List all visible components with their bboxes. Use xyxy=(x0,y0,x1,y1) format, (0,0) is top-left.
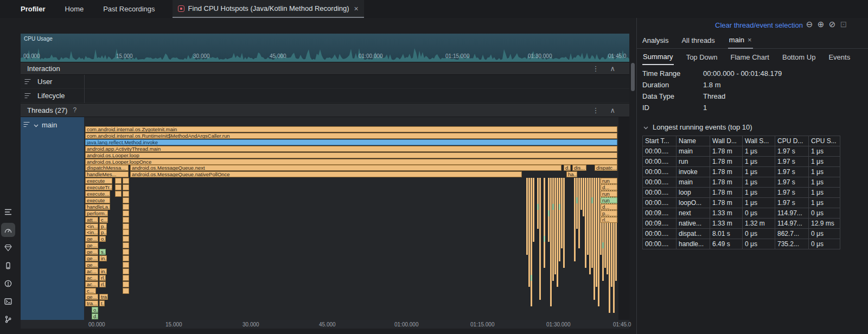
problems-icon[interactable] xyxy=(1,277,15,291)
flame-spike[interactable] xyxy=(557,178,558,287)
collapse-icon[interactable]: ∧ xyxy=(610,106,615,114)
flame-bar[interactable] xyxy=(115,178,122,184)
flame-bar[interactable] xyxy=(123,178,129,184)
flame-bar[interactable] xyxy=(123,275,129,281)
tab-find-cpu-hotspots[interactable]: Find CPU Hotspots (Java/Kotlin Method Re… xyxy=(173,0,364,18)
section-collapse-icon[interactable] xyxy=(643,123,648,131)
events-table-row[interactable]: 00:00....loopO...1.78 m1 μs1.97 s1 μs xyxy=(643,198,840,208)
flame-bar[interactable]: rl... xyxy=(99,281,106,287)
flame-bar[interactable]: ge... xyxy=(85,262,98,268)
more-options-icon[interactable]: ⋮ xyxy=(592,65,599,73)
events-table-row[interactable]: 00:00....run1.78 m1 μs1.97 s1 μs xyxy=(643,157,840,167)
flame-bar[interactable]: d... xyxy=(601,204,617,210)
todo-icon[interactable] xyxy=(1,205,15,219)
flame-bar[interactable]: t... xyxy=(99,300,105,306)
flame-bar[interactable]: att... xyxy=(85,217,98,223)
profiler-icon[interactable] xyxy=(1,223,15,237)
flame-bar[interactable]: o... xyxy=(92,307,98,313)
flame-spike[interactable] xyxy=(585,178,586,268)
flame-bar[interactable]: ha... xyxy=(566,171,577,177)
flame-bar[interactable]: execute xyxy=(85,178,112,184)
interaction-section-header[interactable]: Interaction ⋮ ∧ xyxy=(21,62,629,75)
flame-spike[interactable] xyxy=(531,178,532,306)
events-column-header[interactable]: Wall S... xyxy=(743,136,775,146)
flame-spike[interactable] xyxy=(576,178,578,229)
flame-spike[interactable] xyxy=(580,178,582,210)
flame-spike[interactable] xyxy=(593,178,595,300)
flame-spike[interactable] xyxy=(598,178,599,306)
interaction-row-user[interactable]: User xyxy=(21,75,629,89)
flame-spike[interactable] xyxy=(548,178,550,242)
flame-spike[interactable] xyxy=(574,178,576,261)
flame-bar[interactable]: tra... xyxy=(85,300,98,306)
flame-bar[interactable] xyxy=(123,217,129,223)
flame-spike[interactable] xyxy=(591,178,593,268)
events-column-header[interactable]: Wall D... xyxy=(710,136,743,146)
flame-bar[interactable] xyxy=(123,255,129,261)
app-insights-icon[interactable] xyxy=(1,241,15,255)
events-table-row[interactable]: 00:00....main1.78 m1 μs1.97 s1 μs xyxy=(643,177,840,188)
thread-label-column[interactable]: main xyxy=(21,117,84,320)
flame-bar[interactable] xyxy=(123,197,129,203)
flame-bar[interactable]: android.os.Looper.loopOnce xyxy=(85,159,617,165)
flame-bar[interactable]: java.lang.reflect.Method.invoke xyxy=(85,139,617,145)
flame-spike[interactable] xyxy=(544,178,545,268)
flame-bar[interactable]: android.os.Looper.loop xyxy=(85,152,617,158)
flame-bar[interactable]: p... xyxy=(99,229,107,235)
flame-bar[interactable] xyxy=(123,268,129,274)
flame-bar[interactable] xyxy=(123,281,129,287)
flame-bar[interactable]: d... xyxy=(601,184,617,190)
flame-bar[interactable]: execute... xyxy=(85,191,110,197)
flame-bar[interactable]: p... xyxy=(99,223,107,229)
terminal-icon[interactable] xyxy=(1,294,15,309)
flame-bar[interactable]: ge... xyxy=(85,249,98,255)
analysis-tab-all-threads[interactable]: All threads xyxy=(680,33,716,49)
flame-bar[interactable] xyxy=(123,184,129,190)
flame-bar[interactable]: <in... xyxy=(85,223,98,229)
subtab-summary[interactable]: Summary xyxy=(642,49,674,65)
flame-bar[interactable] xyxy=(123,249,129,255)
vertical-scrollbar[interactable] xyxy=(631,63,635,91)
flame-bar[interactable]: dispatc... xyxy=(595,165,617,171)
flame-spike[interactable] xyxy=(554,178,556,274)
flame-spike[interactable] xyxy=(533,178,534,242)
flame-bar[interactable] xyxy=(123,223,129,229)
subtab-events[interactable]: Events xyxy=(828,49,851,65)
flame-bar[interactable]: run xyxy=(601,197,617,203)
events-table-row[interactable]: 00:00....loop1.78 m1 μs1.97 s1 μs xyxy=(643,188,840,198)
flame-bar[interactable]: android.os.MessageQueue.nativePollOnce xyxy=(130,171,522,177)
flame-spike[interactable] xyxy=(528,178,530,287)
events-table-row[interactable]: 00:00....main1.78 m1 μs1.97 s1 μs xyxy=(643,146,840,157)
flame-spike[interactable] xyxy=(587,178,589,255)
flame-bar[interactable]: android.app.ActivityThread.main xyxy=(85,146,617,152)
close-icon[interactable]: × xyxy=(354,4,359,13)
events-table-row[interactable]: 00:00....invoke1.78 m1 μs1.97 s1 μs xyxy=(643,167,840,177)
events-table-row[interactable]: 00:09....next1.33 m0 μs114.97...0 μs xyxy=(643,208,840,219)
flame-bar[interactable] xyxy=(123,191,129,197)
flame-bar[interactable]: rl... xyxy=(99,275,106,281)
cpu-usage-track[interactable]: CPU Usage 00.00015.00030.00045.00001:00.… xyxy=(21,34,629,62)
flame-bar[interactable]: <in... xyxy=(85,229,98,235)
subtab-top-down[interactable]: Top Down xyxy=(686,49,718,65)
flame-spike[interactable] xyxy=(561,178,563,248)
flame-bar[interactable]: ge... xyxy=(85,294,98,300)
flame-bar[interactable]: handleMes... xyxy=(85,171,129,177)
flame-bar[interactable] xyxy=(123,229,129,235)
flame-spike[interactable] xyxy=(563,178,565,268)
threads-section-header[interactable]: Threads (27) ? ⋮ ∧ xyxy=(21,103,629,117)
tab-home[interactable]: Home xyxy=(65,5,84,13)
longest-events-table[interactable]: Start T...NameWall D...Wall S...CPU D...… xyxy=(642,136,840,249)
flame-bar[interactable]: dispatchMessa... xyxy=(85,165,129,171)
interaction-row-lifecycle[interactable]: Lifecycle xyxy=(21,89,629,103)
flame-spike[interactable] xyxy=(578,178,580,248)
flame-bar[interactable]: execute xyxy=(85,197,110,203)
longest-events-header[interactable]: Longest running events (top 10) xyxy=(643,123,752,131)
flame-bar[interactable]: d... xyxy=(92,313,98,319)
flame-bar[interactable]: android.os.MessageQueue.next xyxy=(130,165,561,171)
flame-bar[interactable] xyxy=(123,236,129,242)
flame-bar[interactable]: p... xyxy=(601,210,617,216)
more-options-icon[interactable]: ⋮ xyxy=(592,106,599,114)
flame-bar[interactable]: run xyxy=(601,191,617,197)
flame-bar[interactable]: c... xyxy=(85,288,96,294)
flame-bar[interactable]: ac... xyxy=(85,281,98,287)
